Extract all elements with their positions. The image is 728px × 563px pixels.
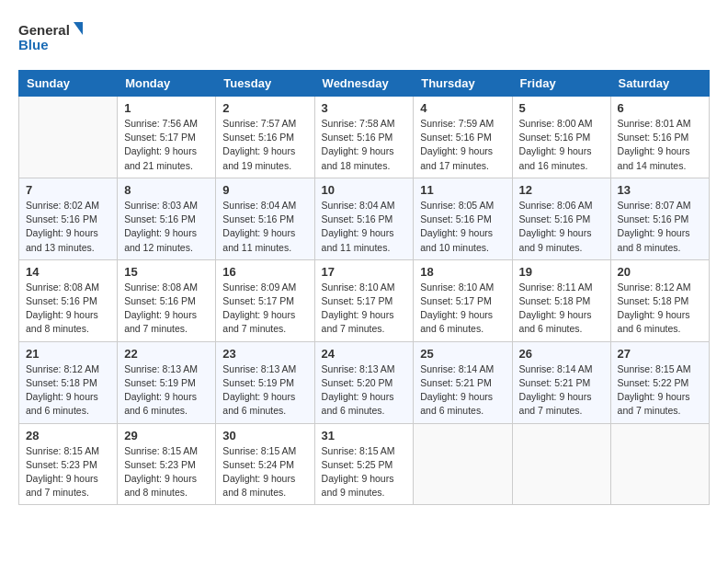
calendar-cell: 17Sunrise: 8:10 AMSunset: 5:17 PMDayligh… — [314, 259, 414, 341]
calendar-cell: 4Sunrise: 7:59 AMSunset: 5:16 PMDaylight… — [414, 97, 512, 178]
day-number: 22 — [124, 347, 209, 361]
day-number: 25 — [420, 347, 505, 361]
day-number: 23 — [222, 347, 307, 361]
day-info: Sunrise: 8:00 AMSunset: 5:16 PMDaylight:… — [519, 117, 604, 173]
day-number: 21 — [26, 347, 110, 361]
logo: General Blue — [18, 18, 83, 55]
day-info: Sunrise: 7:56 AMSunset: 5:17 PMDaylight:… — [124, 117, 209, 173]
calendar-week-2: 7Sunrise: 8:02 AMSunset: 5:16 PMDaylight… — [19, 178, 710, 259]
day-number: 8 — [124, 183, 209, 197]
col-header-wednesday: Wednesday — [314, 71, 414, 97]
day-info: Sunrise: 8:07 AMSunset: 5:16 PMDaylight:… — [618, 199, 702, 255]
day-info: Sunrise: 8:15 AMSunset: 5:25 PMDaylight:… — [322, 444, 407, 500]
day-info: Sunrise: 8:12 AMSunset: 5:18 PMDaylight:… — [26, 362, 110, 419]
calendar-cell: 20Sunrise: 8:12 AMSunset: 5:18 PMDayligh… — [610, 259, 709, 341]
calendar-cell: 26Sunrise: 8:14 AMSunset: 5:21 PMDayligh… — [512, 341, 610, 423]
calendar-cell — [414, 423, 512, 505]
day-number: 6 — [618, 101, 702, 115]
day-number: 16 — [222, 265, 307, 279]
day-info: Sunrise: 8:11 AMSunset: 5:18 PMDaylight:… — [519, 281, 604, 337]
day-number: 29 — [124, 429, 209, 442]
calendar-week-5: 28Sunrise: 8:15 AMSunset: 5:23 PMDayligh… — [19, 423, 710, 505]
col-header-tuesday: Tuesday — [216, 71, 314, 97]
col-header-saturday: Saturday — [610, 71, 709, 97]
calendar-cell: 24Sunrise: 8:13 AMSunset: 5:20 PMDayligh… — [314, 341, 414, 423]
day-number: 2 — [222, 101, 307, 115]
day-number: 26 — [519, 347, 604, 361]
calendar-cell: 6Sunrise: 8:01 AMSunset: 5:16 PMDaylight… — [610, 97, 709, 178]
calendar-cell: 14Sunrise: 8:08 AMSunset: 5:16 PMDayligh… — [19, 259, 118, 341]
col-header-monday: Monday — [118, 71, 216, 97]
day-number: 10 — [322, 183, 407, 197]
day-info: Sunrise: 8:15 AMSunset: 5:22 PMDaylight:… — [618, 362, 702, 419]
day-info: Sunrise: 8:15 AMSunset: 5:23 PMDaylight:… — [26, 444, 110, 500]
logo-svg: General Blue — [18, 18, 83, 55]
day-number: 14 — [26, 265, 110, 279]
calendar-cell: 13Sunrise: 8:07 AMSunset: 5:16 PMDayligh… — [610, 178, 709, 259]
calendar-header-row: SundayMondayTuesdayWednesdayThursdayFrid… — [19, 71, 710, 97]
calendar-week-1: 1Sunrise: 7:56 AMSunset: 5:17 PMDaylight… — [19, 97, 710, 178]
day-info: Sunrise: 8:08 AMSunset: 5:16 PMDaylight:… — [124, 281, 209, 337]
calendar-cell: 3Sunrise: 7:58 AMSunset: 5:16 PMDaylight… — [314, 97, 414, 178]
calendar-cell: 5Sunrise: 8:00 AMSunset: 5:16 PMDaylight… — [512, 97, 610, 178]
calendar-cell: 12Sunrise: 8:06 AMSunset: 5:16 PMDayligh… — [512, 178, 610, 259]
day-number: 24 — [322, 347, 407, 361]
calendar-cell: 2Sunrise: 7:57 AMSunset: 5:16 PMDaylight… — [216, 97, 314, 178]
day-info: Sunrise: 7:59 AMSunset: 5:16 PMDaylight:… — [420, 117, 505, 173]
day-info: Sunrise: 8:10 AMSunset: 5:17 PMDaylight:… — [420, 281, 505, 337]
calendar-cell: 30Sunrise: 8:15 AMSunset: 5:24 PMDayligh… — [216, 423, 314, 505]
day-info: Sunrise: 8:14 AMSunset: 5:21 PMDaylight:… — [420, 362, 505, 419]
svg-text:Blue: Blue — [18, 37, 49, 52]
calendar-cell: 28Sunrise: 8:15 AMSunset: 5:23 PMDayligh… — [19, 423, 118, 505]
day-number: 18 — [420, 265, 505, 279]
calendar-cell: 21Sunrise: 8:12 AMSunset: 5:18 PMDayligh… — [19, 341, 118, 423]
day-info: Sunrise: 7:58 AMSunset: 5:16 PMDaylight:… — [322, 117, 407, 173]
day-number: 4 — [420, 101, 505, 115]
day-number: 3 — [322, 101, 407, 115]
day-number: 7 — [26, 183, 110, 197]
day-info: Sunrise: 8:10 AMSunset: 5:17 PMDaylight:… — [322, 281, 407, 337]
day-info: Sunrise: 8:02 AMSunset: 5:16 PMDaylight:… — [26, 199, 110, 255]
day-number: 20 — [618, 265, 702, 279]
day-number: 1 — [124, 101, 209, 115]
calendar-cell — [512, 423, 610, 505]
calendar-cell: 1Sunrise: 7:56 AMSunset: 5:17 PMDaylight… — [118, 97, 216, 178]
calendar-cell: 31Sunrise: 8:15 AMSunset: 5:25 PMDayligh… — [314, 423, 414, 505]
day-info: Sunrise: 8:04 AMSunset: 5:16 PMDaylight:… — [322, 199, 407, 255]
calendar-cell: 23Sunrise: 8:13 AMSunset: 5:19 PMDayligh… — [216, 341, 314, 423]
calendar-cell — [19, 97, 118, 178]
calendar-cell: 7Sunrise: 8:02 AMSunset: 5:16 PMDaylight… — [19, 178, 118, 259]
day-number: 11 — [420, 183, 505, 197]
col-header-thursday: Thursday — [414, 71, 512, 97]
day-info: Sunrise: 8:08 AMSunset: 5:16 PMDaylight:… — [26, 281, 110, 337]
day-info: Sunrise: 7:57 AMSunset: 5:16 PMDaylight:… — [222, 117, 307, 173]
day-info: Sunrise: 8:01 AMSunset: 5:16 PMDaylight:… — [618, 117, 702, 173]
svg-marker-2 — [74, 22, 83, 35]
day-number: 13 — [618, 183, 702, 197]
calendar-cell: 16Sunrise: 8:09 AMSunset: 5:17 PMDayligh… — [216, 259, 314, 341]
day-number: 9 — [222, 183, 307, 197]
day-number: 31 — [322, 429, 407, 442]
col-header-friday: Friday — [512, 71, 610, 97]
col-header-sunday: Sunday — [19, 71, 118, 97]
calendar-cell: 29Sunrise: 8:15 AMSunset: 5:23 PMDayligh… — [118, 423, 216, 505]
calendar-table: SundayMondayTuesdayWednesdayThursdayFrid… — [18, 70, 710, 505]
day-number: 30 — [222, 429, 307, 442]
day-info: Sunrise: 8:13 AMSunset: 5:19 PMDaylight:… — [222, 362, 307, 419]
calendar-cell: 9Sunrise: 8:04 AMSunset: 5:16 PMDaylight… — [216, 178, 314, 259]
calendar-cell: 15Sunrise: 8:08 AMSunset: 5:16 PMDayligh… — [118, 259, 216, 341]
calendar-cell: 25Sunrise: 8:14 AMSunset: 5:21 PMDayligh… — [414, 341, 512, 423]
calendar-cell: 22Sunrise: 8:13 AMSunset: 5:19 PMDayligh… — [118, 341, 216, 423]
day-info: Sunrise: 8:06 AMSunset: 5:16 PMDaylight:… — [519, 199, 604, 255]
day-number: 19 — [519, 265, 604, 279]
page-header: General Blue — [18, 18, 710, 55]
day-info: Sunrise: 8:13 AMSunset: 5:19 PMDaylight:… — [124, 362, 209, 419]
calendar-cell: 18Sunrise: 8:10 AMSunset: 5:17 PMDayligh… — [414, 259, 512, 341]
day-info: Sunrise: 8:04 AMSunset: 5:16 PMDaylight:… — [222, 199, 307, 255]
day-number: 28 — [26, 429, 110, 442]
day-info: Sunrise: 8:14 AMSunset: 5:21 PMDaylight:… — [519, 362, 604, 419]
calendar-cell: 27Sunrise: 8:15 AMSunset: 5:22 PMDayligh… — [610, 341, 709, 423]
calendar-week-3: 14Sunrise: 8:08 AMSunset: 5:16 PMDayligh… — [19, 259, 710, 341]
day-number: 5 — [519, 101, 604, 115]
day-info: Sunrise: 8:03 AMSunset: 5:16 PMDaylight:… — [124, 199, 209, 255]
